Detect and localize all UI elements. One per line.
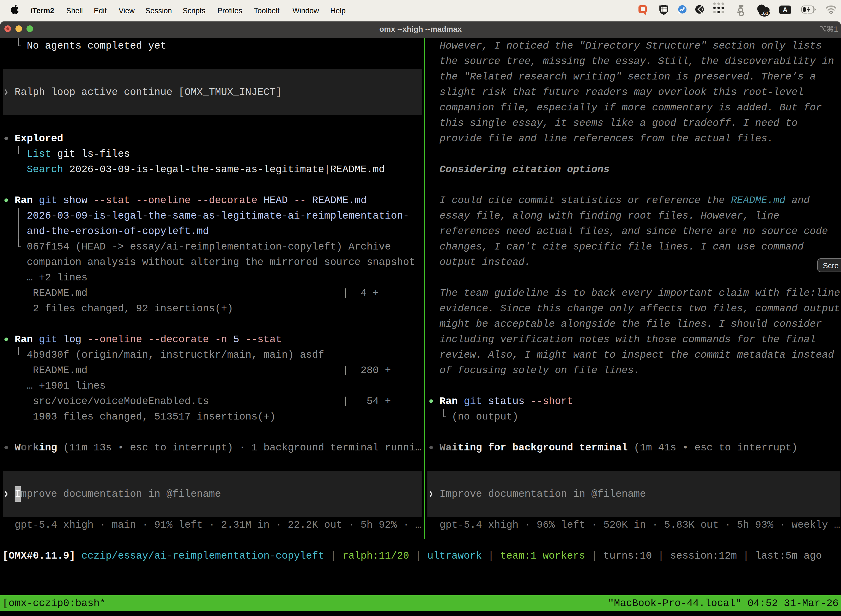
svg-text:..61: ..61 [760,11,768,16]
